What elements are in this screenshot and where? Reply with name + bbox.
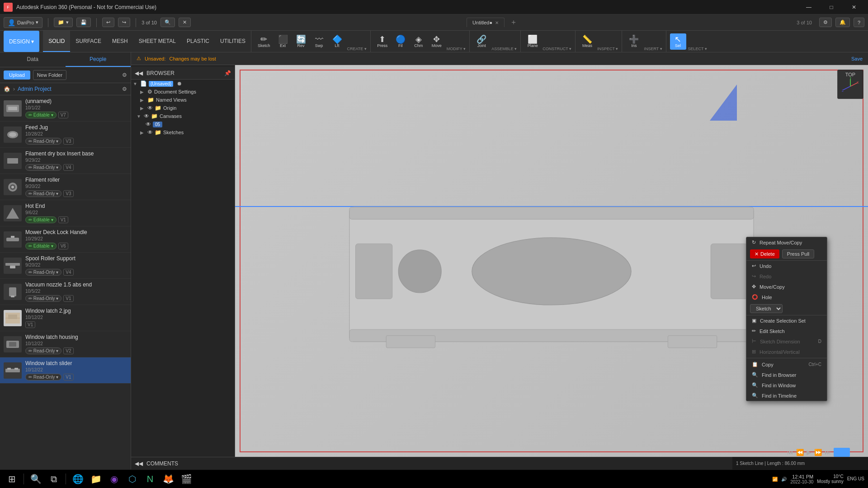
- playback-start-icon[interactable]: ⏮: [787, 449, 793, 456]
- ctx-press-pull-button[interactable]: Press Pull: [782, 249, 815, 258]
- ctx-find-timeline[interactable]: 🔍 Find in Timeline: [746, 390, 827, 401]
- extrude-btn[interactable]: ⬛Ext: [275, 33, 291, 50]
- ribbon-tab-solid[interactable]: SOLID: [43, 31, 70, 52]
- timeline-thumb[interactable]: [834, 448, 850, 457]
- ribbon-tab-plastic[interactable]: PLASTIC: [181, 31, 215, 52]
- ribbon-tab-utilities[interactable]: UTILITIES: [215, 31, 251, 52]
- playback-prev-icon[interactable]: ⏪: [796, 449, 804, 456]
- list-item[interactable]: Filament dry box Insert base 9/29/22 ✏ R…: [0, 148, 131, 174]
- list-item[interactable]: Spool Roller Support 9/20/22 ✏ Read-Only…: [0, 253, 131, 279]
- viewport[interactable]: TOP X Y Z ↻: [235, 65, 868, 457]
- redo-button[interactable]: ↪: [118, 18, 130, 27]
- minimize-button[interactable]: —: [798, 0, 819, 14]
- ctx-find-browser[interactable]: 🔍 Find in Browser: [746, 370, 827, 380]
- doc-tab[interactable]: Untitled● ✕: [467, 18, 505, 27]
- playback-end-icon[interactable]: ⏭: [825, 449, 831, 456]
- tree-item-named-views[interactable]: ▶ 📁 Named Views: [131, 96, 235, 104]
- panel-settings-icon[interactable]: ⚙: [122, 72, 127, 78]
- close-button[interactable]: ✕: [844, 0, 864, 14]
- list-item[interactable]: Window latch housing 10/12/22 ✏ Read-Onl…: [0, 331, 131, 357]
- loft-btn[interactable]: 🔷Lft: [329, 33, 345, 50]
- chamfer-btn[interactable]: ◈Chm: [410, 33, 427, 50]
- sweep-btn[interactable]: 〰Swp: [311, 33, 327, 50]
- taskbar-app1[interactable]: ◉: [106, 471, 122, 487]
- help-icon[interactable]: ?: [854, 18, 864, 27]
- ctx-move-copy[interactable]: ✥ Move/Copy: [746, 282, 827, 292]
- list-item[interactable]: Vacuum nozzle 1.5 abs end 10/5/22 ✏ Read…: [0, 279, 131, 305]
- ctx-find-window[interactable]: 🔍 Find in Window: [746, 380, 827, 390]
- settings-icon[interactable]: ⚙: [819, 18, 832, 27]
- save-button[interactable]: Save: [851, 56, 863, 61]
- design-dropdown[interactable]: DESIGN ▾: [4, 31, 39, 52]
- tree-item-unsaved[interactable]: ▼ 📄 (Unsaved) ⏺: [131, 80, 235, 88]
- taskbar-explorer[interactable]: 📁: [88, 471, 104, 487]
- taskbar-search[interactable]: 🔍: [28, 471, 44, 487]
- maximize-button[interactable]: □: [821, 0, 842, 14]
- new-tab-button[interactable]: ＋: [506, 18, 521, 27]
- measure-btn[interactable]: 📏Meas: [579, 33, 595, 50]
- user-menu[interactable]: 👤 DanPro ▾: [4, 17, 42, 28]
- create-sketch-btn[interactable]: ✏Sketch: [255, 33, 273, 50]
- ctx-repeat-move[interactable]: ↻ Repeat Move/Copy: [746, 237, 827, 248]
- ribbon-tab-surface[interactable]: SURFACE: [70, 31, 107, 52]
- file-open-button[interactable]: 📁▾: [54, 18, 73, 27]
- list-item[interactable]: Window latch 2.jpg 10/12/22 V1: [0, 305, 131, 331]
- taskbar-task-view[interactable]: ⧉: [46, 471, 62, 487]
- playback-play-icon[interactable]: ▶: [807, 449, 811, 456]
- notification-icon[interactable]: 🔔: [835, 18, 850, 27]
- list-item[interactable]: Filament roller 9/20/22 ✏ Read-Only ▾ V3: [0, 174, 131, 200]
- tab-data[interactable]: Data: [0, 52, 66, 67]
- ctx-delete-button[interactable]: ✕ Delete: [750, 249, 779, 258]
- ribbon-tab-mesh[interactable]: MESH: [107, 31, 133, 52]
- network-icon[interactable]: 📶: [772, 477, 778, 482]
- save-button[interactable]: 💾: [76, 18, 91, 27]
- ctx-edit-sketch[interactable]: ✏ Edit Sketch: [746, 326, 827, 336]
- volume-icon[interactable]: 🔊: [781, 477, 787, 482]
- select-btn[interactable]: ↖Sel: [670, 33, 686, 50]
- plane-btn[interactable]: ⬜Plane: [524, 33, 541, 50]
- move-btn[interactable]: ✥Move: [429, 33, 445, 50]
- tab-people[interactable]: People: [66, 52, 131, 67]
- doc-tab-close[interactable]: ✕: [495, 20, 499, 25]
- ctx-create-selection-set[interactable]: ▣ Create Selection Set: [746, 315, 827, 326]
- tree-item-canvas-05[interactable]: 👁 05: [131, 120, 235, 128]
- close-panel-button[interactable]: ✕: [179, 18, 191, 27]
- new-folder-button[interactable]: New Folder: [33, 70, 66, 80]
- insert-btn[interactable]: ➕Ins: [626, 33, 642, 50]
- comments-collapse-icon[interactable]: ◀◀: [135, 460, 143, 467]
- project-settings-icon[interactable]: ⚙: [122, 86, 127, 92]
- taskbar-app2[interactable]: ⬡: [124, 471, 140, 487]
- fillet-btn[interactable]: 🔵Fil: [392, 33, 409, 50]
- undo-button[interactable]: ↩: [102, 18, 114, 27]
- search-button[interactable]: 🔍: [160, 18, 175, 27]
- taskbar-app5[interactable]: 🎬: [178, 471, 194, 487]
- tree-item-canvases[interactable]: ▼ 👁 📁 Canvases: [131, 112, 235, 120]
- home-icon[interactable]: 🏠: [4, 86, 10, 92]
- ctx-hole[interactable]: ⭕ Hole: [746, 292, 827, 302]
- tree-record-icon[interactable]: ⏺: [177, 80, 182, 87]
- browser-pin-icon[interactable]: 📌: [224, 70, 231, 76]
- list-item[interactable]: Window latch slider 10/12/22 ✏ Read-Only…: [0, 357, 131, 384]
- tree-item-sketches[interactable]: ▶ 👁 📁 Sketches: [131, 128, 235, 136]
- taskbar-app4[interactable]: 🦊: [160, 471, 176, 487]
- list-item[interactable]: Feed Jug 10/28/22 ✏ Read-Only ▾ V3: [0, 122, 131, 148]
- list-item[interactable]: (unnamed) 10/1/22 ✏ Editable ▾ V7: [0, 95, 131, 122]
- taskbar-edge[interactable]: 🌐: [70, 471, 86, 487]
- list-item[interactable]: Hot End 9/6/22 ✏ Editable ▾ V1: [0, 200, 131, 226]
- list-item[interactable]: Mower Deck Lock Handle 10/29/22 ✏ Editab…: [0, 226, 131, 253]
- playback-next-icon[interactable]: ⏩: [814, 449, 822, 456]
- tree-item-doc-settings[interactable]: ▶ ⚙ Document Settings: [131, 88, 235, 96]
- ctx-undo[interactable]: ↩ Undo: [746, 261, 827, 271]
- ctx-copy[interactable]: 📋 Copy Ctrl+C: [746, 359, 827, 370]
- project-name[interactable]: Admin Project: [18, 86, 52, 92]
- taskbar-start-button[interactable]: ⊞: [4, 471, 20, 487]
- taskbar-app3[interactable]: N: [142, 471, 158, 487]
- joint-btn[interactable]: 🔗Joint: [473, 33, 490, 50]
- ribbon-tab-sheet-metal[interactable]: SHEET METAL: [133, 31, 181, 52]
- press-pull-btn[interactable]: ⬆Press: [374, 33, 391, 50]
- revolve-btn[interactable]: 🔄Rev: [293, 33, 309, 50]
- tree-item-origin[interactable]: ▶ 👁 📁 Origin: [131, 104, 235, 112]
- ctx-sketch-select[interactable]: Sketch: [750, 304, 783, 313]
- browser-collapse-icon[interactable]: ◀◀: [135, 70, 143, 76]
- upload-button[interactable]: Upload: [4, 70, 30, 80]
